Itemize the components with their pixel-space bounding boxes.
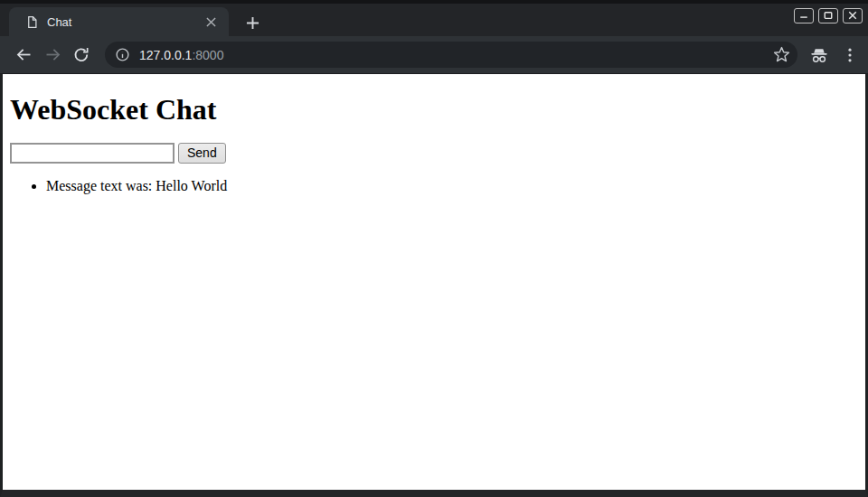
window-close-button[interactable]: [843, 8, 863, 23]
tab-strip: Chat: [0, 4, 868, 36]
browser-toolbar: 127.0.0.1:8000: [0, 36, 868, 74]
tab-close-icon[interactable]: [203, 14, 218, 29]
message-item: Message text was: Hello World: [46, 178, 858, 194]
message-input[interactable]: [10, 143, 175, 164]
send-button[interactable]: Send: [178, 143, 226, 164]
address-bar[interactable]: 127.0.0.1:8000: [105, 42, 797, 68]
url-port: :8000: [192, 48, 223, 62]
tab-title: Chat: [47, 15, 203, 29]
url-host: 127.0.0.1: [139, 48, 192, 62]
window-minimize-button[interactable]: [794, 8, 814, 23]
menu-dots-icon[interactable]: [841, 46, 859, 64]
message-list: Message text was: Hello World: [10, 178, 858, 194]
new-tab-button[interactable]: [241, 11, 264, 34]
page-title: WebSocket Chat: [10, 93, 858, 127]
browser-tab-chat[interactable]: Chat: [9, 7, 229, 36]
url-text: 127.0.0.1:8000: [139, 48, 773, 62]
incognito-icon: [809, 45, 829, 65]
window-maximize-button[interactable]: [818, 8, 838, 23]
browser-window: Chat: [0, 0, 868, 497]
bookmark-star-icon[interactable]: [773, 46, 790, 63]
forward-icon[interactable]: [42, 44, 63, 66]
page-content: WebSocket Chat Send Message text was: He…: [0, 74, 868, 497]
reload-icon[interactable]: [71, 44, 92, 66]
site-info-icon[interactable]: [115, 47, 130, 62]
window-controls: [794, 5, 863, 25]
chat-form: Send: [10, 143, 858, 164]
back-icon[interactable]: [13, 44, 34, 66]
page-favicon-icon: [25, 15, 39, 29]
